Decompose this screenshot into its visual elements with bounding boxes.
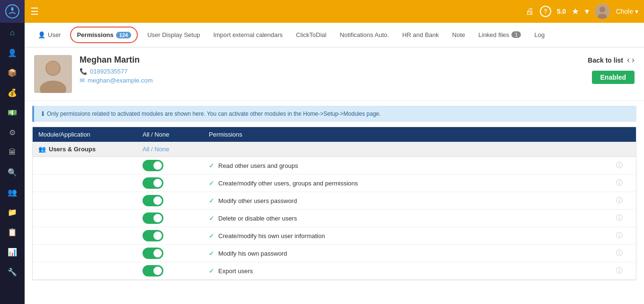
- sidebar-item-contacts[interactable]: 👥: [0, 182, 25, 202]
- topbar: ☰ 🖨 ? 5.0 ★ ▾ Chole ▾: [25, 0, 644, 23]
- topbar-user[interactable]: Chole ▾: [616, 8, 638, 15]
- status-badge: Enabled: [592, 71, 635, 84]
- nav-arrows: ‹ ›: [627, 55, 635, 65]
- toggle-modify-password[interactable]: [143, 195, 163, 206]
- content-area: 👤 User Permissions 124 User Display Setu…: [25, 23, 644, 304]
- check-icon-3: ✓: [209, 197, 215, 204]
- import-calendars-tab-label: Import external calendars: [213, 31, 283, 38]
- phone-icon: 📞: [80, 68, 87, 75]
- perm-info-icon-5[interactable]: ⓘ: [616, 231, 630, 240]
- tab-note[interactable]: Note: [447, 25, 471, 46]
- perm-info-icon-3[interactable]: ⓘ: [616, 196, 630, 205]
- sidebar-item-payments[interactable]: 💵: [0, 102, 25, 122]
- log-tab-label: Log: [534, 31, 545, 38]
- user-display-tab-label: User Display Setup: [147, 31, 200, 38]
- sidebar-item-bank[interactable]: 🏛: [0, 142, 25, 162]
- perm-row-4: ✓ Delete or disable other users ⓘ: [33, 210, 636, 227]
- perm-info-icon-7[interactable]: ⓘ: [616, 267, 630, 275]
- sidebar-item-home[interactable]: ⌂: [0, 23, 25, 43]
- user-avatar: [34, 55, 72, 93]
- col-all-none: All / None: [143, 131, 209, 138]
- next-arrow-icon[interactable]: ›: [632, 55, 635, 65]
- topbar-right: 🖨 ? 5.0 ★ ▾ Chole ▾: [526, 4, 638, 19]
- toggle-create-users[interactable]: [143, 177, 163, 189]
- permissions-badge: 124: [116, 32, 131, 38]
- tab-user-display-setup[interactable]: User Display Setup: [142, 25, 206, 46]
- sidebar-item-settings[interactable]: ⚙: [0, 122, 25, 142]
- sidebar-item-tasks[interactable]: 📋: [0, 222, 25, 242]
- perm-label-7: Export users: [218, 267, 253, 275]
- user-info-left: Meghan Martin 📞 01892535577 ✉ meghan@exa…: [34, 55, 152, 93]
- sidebar-item-tools[interactable]: 🔧: [0, 262, 25, 282]
- col-permissions: Permissions: [209, 131, 630, 138]
- perm-label-4: Delete or disable other users: [218, 215, 297, 222]
- info-banner: ℹ Only permissions related to activated …: [32, 106, 636, 122]
- sidebar-item-users[interactable]: 👤: [0, 43, 25, 63]
- user-details: Meghan Martin 📞 01892535577 ✉ meghan@exa…: [80, 55, 152, 86]
- all-link[interactable]: All: [143, 146, 149, 153]
- user-chevron-icon: ▾: [635, 8, 638, 15]
- perm-label-3: Modify other users password: [218, 197, 297, 204]
- user-info-section: Meghan Martin 📞 01892535577 ✉ meghan@exa…: [25, 47, 644, 101]
- user-name: Meghan Martin: [80, 55, 152, 65]
- hr-bank-tab-label: HR and Bank: [402, 31, 438, 38]
- perm-row-1: ✓ Read other users and groups ⓘ: [33, 157, 636, 175]
- user-tab-label: User: [48, 31, 61, 38]
- tab-notifications[interactable]: Notifications Auto.: [334, 25, 394, 46]
- none-link[interactable]: None: [154, 146, 169, 153]
- sidebar-item-finance[interactable]: 💰: [0, 83, 25, 102]
- notifications-tab-label: Notifications Auto.: [340, 31, 389, 38]
- tab-click-to-dial[interactable]: ClickToDial: [290, 25, 332, 46]
- avatar: [595, 4, 610, 19]
- table-header: Module/Application All / None Permission…: [33, 127, 636, 142]
- col-module: Module/Application: [38, 131, 143, 138]
- check-icon-1: ✓: [209, 162, 215, 169]
- check-icon-7: ✓: [209, 267, 215, 275]
- email-value: meghan@example.com: [88, 77, 152, 84]
- tab-user[interactable]: 👤 User: [32, 25, 66, 46]
- hamburger-menu-icon[interactable]: ☰: [30, 6, 39, 17]
- perm-info-icon-2[interactable]: ⓘ: [616, 179, 630, 187]
- tab-import-calendars[interactable]: Import external calendars: [207, 25, 288, 46]
- linked-files-badge: 1: [511, 31, 521, 38]
- tab-hr-bank[interactable]: HR and Bank: [396, 25, 444, 46]
- group-all-none[interactable]: All / None: [143, 146, 209, 153]
- tab-permissions[interactable]: Permissions 124: [70, 27, 138, 43]
- check-icon-2: ✓: [209, 179, 215, 187]
- perm-label-1: Read other users and groups: [218, 162, 298, 169]
- perm-label-6: Modify his own password: [218, 250, 287, 257]
- perm-info-icon-6[interactable]: ⓘ: [616, 249, 630, 258]
- sidebar-item-files[interactable]: 📁: [0, 202, 25, 222]
- permissions-tab-label: Permissions: [77, 31, 113, 38]
- perm-row-7: ✓ Export users ⓘ: [33, 262, 636, 280]
- username-label: Chole: [616, 8, 633, 15]
- toggle-export-users[interactable]: [143, 265, 163, 276]
- click-to-dial-tab-label: ClickToDial: [296, 31, 326, 38]
- linked-files-tab-label: Linked files: [478, 31, 509, 38]
- group-label: Users & Groups: [49, 146, 96, 153]
- toggle-own-password[interactable]: [143, 248, 163, 259]
- toggle-read-users[interactable]: [143, 160, 163, 171]
- perm-info-icon-4[interactable]: ⓘ: [616, 214, 630, 222]
- check-icon-5: ✓: [209, 232, 215, 240]
- perm-row-5: ✓ Create/modify his own user information…: [33, 227, 636, 245]
- toggle-own-info[interactable]: [143, 230, 163, 241]
- sidebar-item-products[interactable]: 📦: [0, 63, 25, 83]
- print-icon[interactable]: 🖨: [526, 7, 534, 17]
- tab-linked-files[interactable]: Linked files 1: [473, 25, 527, 46]
- toggle-delete-users[interactable]: [143, 212, 163, 224]
- help-icon[interactable]: ?: [540, 6, 551, 17]
- tabs-bar: 👤 User Permissions 124 User Display Setu…: [25, 23, 644, 47]
- sidebar-item-search[interactable]: 🔍: [0, 162, 25, 182]
- email-icon: ✉: [80, 77, 85, 84]
- tab-log[interactable]: Log: [528, 25, 550, 46]
- sidebar-item-reports[interactable]: 📊: [0, 242, 25, 262]
- prev-arrow-icon[interactable]: ‹: [627, 55, 630, 65]
- topbar-left: ☰: [30, 6, 39, 17]
- note-tab-label: Note: [452, 31, 465, 38]
- chevron-down-icon[interactable]: ▾: [585, 6, 589, 17]
- group-row-users-groups: 👥 Users & Groups All / None: [33, 142, 636, 157]
- star-icon[interactable]: ★: [572, 6, 579, 17]
- back-to-list-label: Back to list: [588, 56, 623, 64]
- perm-info-icon-1[interactable]: ⓘ: [616, 161, 630, 170]
